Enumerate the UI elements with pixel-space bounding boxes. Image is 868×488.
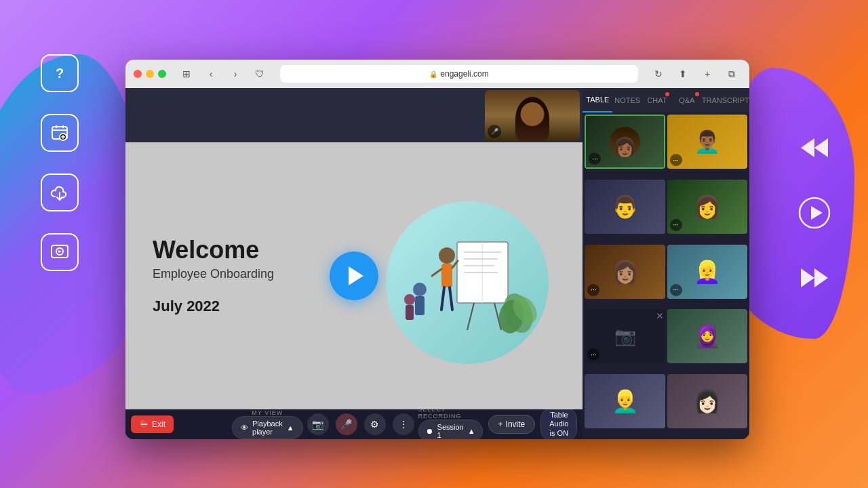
play-triangle-icon xyxy=(349,266,363,285)
browser-window: ⊞ ‹ › 🛡 🔒 engageli.com ↻ ⬆ + ⧉ xyxy=(125,60,749,439)
minimize-button[interactable] xyxy=(146,70,154,78)
url-text: engageli.com xyxy=(440,69,488,79)
browser-chrome: ⊞ ‹ › 🛡 🔒 engageli.com ↻ ⬆ + ⧉ xyxy=(125,60,749,88)
playback-widget-icon[interactable] xyxy=(41,233,79,271)
speaker-thumbnail: 🎤 xyxy=(485,90,580,141)
svg-line-19 xyxy=(467,303,474,330)
rewind-button[interactable] xyxy=(798,136,831,163)
tab-table[interactable]: TABLE xyxy=(583,88,612,113)
fast-forward-button[interactable] xyxy=(798,266,831,293)
slide-subtitle: Employee Onboarding xyxy=(153,267,274,281)
back-button[interactable]: ‹ xyxy=(201,64,220,83)
no-video-icon: 📷 xyxy=(614,326,636,347)
invite-label: Invite xyxy=(506,420,526,429)
my-view-label: MY VIEW xyxy=(252,409,283,416)
lock-icon: 🔒 xyxy=(429,70,437,78)
settings-button[interactable]: ⚙ xyxy=(364,413,386,435)
microphone-button[interactable]: 🎤 xyxy=(336,413,357,435)
exit-label: Exit xyxy=(152,420,165,429)
session-label: Session 1 xyxy=(437,423,464,439)
table-audio-label: Table Audio is ON xyxy=(549,411,568,436)
my-view-button[interactable]: 👁 Playback player ▲ xyxy=(232,416,303,439)
svg-point-31 xyxy=(413,283,427,296)
shield-icon: 🛡 xyxy=(250,64,269,83)
tab-chat[interactable]: CHAT xyxy=(642,88,672,113)
participant-cell-10: 👩🏻 xyxy=(667,374,747,428)
address-bar[interactable]: 🔒 engageli.com xyxy=(280,65,638,83)
svg-rect-32 xyxy=(415,296,425,315)
forward-button[interactable]: › xyxy=(226,64,245,83)
tab-transcript[interactable]: TRANSCRIPT xyxy=(702,88,749,113)
eye-icon: 👁 xyxy=(241,424,248,432)
play-button[interactable] xyxy=(330,251,378,300)
right-panel: TABLE NOTES CHAT Q&A TRANSCRIPT xyxy=(583,88,749,439)
svg-marker-14 xyxy=(811,206,823,220)
schedule-add-icon[interactable] xyxy=(41,114,79,152)
slide-content: Welcome Employee Onboarding July 2022 xyxy=(153,237,274,316)
svg-marker-15 xyxy=(801,268,814,287)
participant-menu-4[interactable]: ··· xyxy=(670,219,682,231)
camera-button[interactable]: 📷 xyxy=(307,413,329,435)
svg-marker-12 xyxy=(814,138,828,157)
playback-player-label: Playback player xyxy=(252,420,283,436)
tab-table-label: TABLE xyxy=(586,96,609,104)
sidebar-toggle-button[interactable]: ⊞ xyxy=(177,64,196,83)
invite-button[interactable]: + Invite xyxy=(488,415,536,434)
participant-cell-8: 🧕 xyxy=(667,309,747,363)
right-playback-controls xyxy=(798,136,831,293)
participant-menu-6[interactable]: ··· xyxy=(670,284,682,296)
svg-rect-26 xyxy=(441,264,452,287)
svg-rect-35 xyxy=(406,305,414,320)
participant-cell-6: 👱‍♀️ ··· xyxy=(667,245,747,299)
mic-indicator: 🎤 xyxy=(488,125,501,138)
qa-notification-dot xyxy=(695,92,699,96)
new-tab-button[interactable]: + xyxy=(698,64,717,83)
participants-grid: 👩🏾 ··· 👨🏾‍🦱 ··· 👨 xyxy=(583,113,749,439)
exit-button[interactable]: ⛔ Exit xyxy=(131,415,174,433)
tab-notes-label: NOTES xyxy=(614,96,640,104)
chevron-up-icon: ▲ xyxy=(287,424,294,432)
refresh-button[interactable]: ↻ xyxy=(649,64,668,83)
recording-button[interactable]: ⏺ Session 1 ▲ xyxy=(418,420,483,439)
svg-marker-11 xyxy=(801,138,814,157)
tab-qa[interactable]: Q&A xyxy=(672,88,702,113)
chevron-up-icon-recording: ▲ xyxy=(468,427,475,435)
traffic-lights xyxy=(134,70,166,78)
tab-overview-button[interactable]: ⧉ xyxy=(722,64,741,83)
participant-cell-1: 👩🏾 ··· xyxy=(585,115,665,169)
participant-cell-4: 👩 ··· xyxy=(667,180,747,234)
tab-qa-label: Q&A xyxy=(679,96,694,104)
play-circle-button[interactable] xyxy=(798,197,831,232)
download-cloud-icon[interactable] xyxy=(41,174,79,211)
participant-cell-9: 👱‍♂️ xyxy=(585,374,665,428)
invite-icon: + xyxy=(498,420,503,429)
share-button[interactable]: ⬆ xyxy=(673,64,692,83)
participant-cell-2: 👨🏾‍🦱 ··· xyxy=(667,115,747,169)
more-options-button[interactable]: ⋮ xyxy=(393,413,414,435)
svg-point-34 xyxy=(404,294,415,305)
close-button[interactable] xyxy=(134,70,142,78)
my-view-section: MY VIEW 👁 Playback player ▲ xyxy=(232,409,303,439)
participant-menu-2[interactable]: ··· xyxy=(670,154,682,166)
maximize-button[interactable] xyxy=(158,70,166,78)
right-controls: SELECT RECORDING ⏺ Session 1 ▲ + Invite … xyxy=(418,406,578,439)
bottom-toolbar: ⛔ Exit MY VIEW 👁 Playback player ▲ 📷 🎤 ⚙ xyxy=(125,409,583,439)
help-icon[interactable]: ? xyxy=(41,54,79,92)
svg-line-30 xyxy=(450,287,452,310)
slide-date: July 2022 xyxy=(153,298,274,315)
table-audio-button[interactable]: Table Audio is ON xyxy=(540,406,577,439)
video-thumbnail-bar: 🎤 xyxy=(125,88,583,142)
illustration-circle xyxy=(386,201,549,364)
exit-icon: ⛔ xyxy=(139,420,149,429)
slide-illustration xyxy=(366,156,569,409)
svg-line-27 xyxy=(432,269,441,276)
participant-menu-5[interactable]: ··· xyxy=(587,284,599,296)
panel-tabs: TABLE NOTES CHAT Q&A TRANSCRIPT xyxy=(583,88,749,113)
recording-section: SELECT RECORDING ⏺ Session 1 ▲ xyxy=(418,406,483,439)
tab-chat-label: CHAT xyxy=(647,96,667,104)
participant-cell-7: 📷 ✕ ··· xyxy=(585,309,665,363)
tab-notes[interactable]: NOTES xyxy=(612,88,642,113)
slide-title: Welcome xyxy=(153,237,274,264)
svg-line-29 xyxy=(441,287,444,310)
main-area: 🎤 Welcome Employee Onboarding July 2022 xyxy=(125,88,583,439)
